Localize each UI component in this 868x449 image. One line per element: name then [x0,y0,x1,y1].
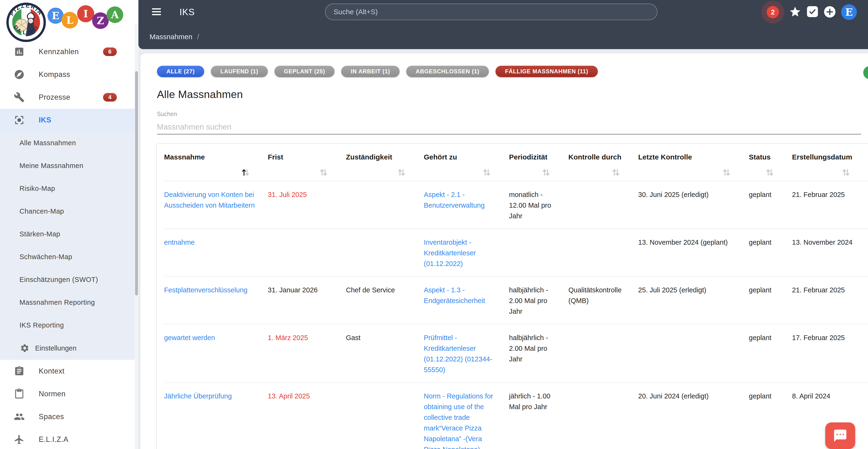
sidebar-subitem-chancen-map[interactable]: Chancen-Map [0,200,138,223]
cell-gehoert-zu[interactable]: Aspekt - 1.3 - Endgerätesicherheit [424,277,509,324]
tasks-check-icon[interactable] [807,6,818,17]
cell-gehoert-zu[interactable]: Inventarobjekt - Kreditkartenleser (01.1… [424,229,509,276]
sidebar-item-eliza[interactable]: E.L.I.Z.A [0,428,138,449]
filter-chip[interactable]: LAUFEND (1) [211,66,268,77]
cell-frist: 1. März 2025 [268,324,346,382]
column-header[interactable]: Massnahme [164,144,268,181]
breadcrumb-bar: Massnahmen / [138,24,868,49]
sidebar-item-iks[interactable]: IKS [0,109,138,131]
add-icon[interactable] [824,6,835,18]
topbar: IKS Suche (Alt+S) 2 E [138,0,868,24]
cell-erstellungsdatum: 21. Februar 2025 [792,181,868,228]
hamburger-menu-icon[interactable] [152,7,162,17]
column-header[interactable]: Gehört zu [424,144,509,181]
sidebar-item-label: Einstellungen [35,344,76,352]
sort-arrows-icon[interactable] [318,167,329,178]
cell-letzte-kontrolle: 13. November 2024 (geplant) [638,229,749,276]
sidebar-item-label: Kontext [39,367,65,376]
table-row: Festplattenverschlüsselung31. Januar 202… [164,276,868,324]
sort-arrows-icon[interactable] [611,167,621,178]
global-search-input[interactable]: Suche (Alt+S) [325,4,657,20]
cell-frist: 31. Juli 2025 [268,181,346,228]
column-header[interactable]: Periodizität [509,144,568,181]
cell-gehoert-zu[interactable]: Prüfmittel - Kreditkartenleser (01.12.20… [424,324,509,382]
sidebar-subitem-meine-massnahmen[interactable]: Meine Massnahmen [0,154,138,177]
eliza-letter-i: I [77,5,94,22]
chat-button[interactable] [825,422,855,449]
sort-arrows-icon[interactable] [482,167,492,178]
cell-status: geplant [749,229,792,276]
column-header[interactable]: Erstellungsdatum [792,144,868,181]
sidebar-item-label: IKS [39,116,51,124]
sort-arrows-icon[interactable] [541,167,551,178]
sidebar-item-prozesse[interactable]: Prozesse 4 [0,86,138,109]
cell-letzte-kontrolle: 30. Juni 2025 (erledigt) [638,181,749,228]
sidebar-item-normen[interactable]: Normen [0,383,138,405]
sort-arrows-icon[interactable] [240,167,251,178]
sort-arrows-icon[interactable] [721,167,732,178]
cell-massnahme[interactable]: entnahme [164,229,268,276]
eliza-letter-z: Z [92,12,109,29]
sidebar-item-label: Spaces [39,412,64,421]
cell-zustaendigkeit: Chef de Service [346,277,424,324]
sidebar-subitem-risiko-map[interactable]: Risiko-Map [0,177,138,200]
star-icon[interactable] [789,6,801,19]
table-row: gewartet werden1. März 2025GastPrüfmitte… [164,324,868,382]
cell-massnahme[interactable]: gewartet werden [164,324,268,382]
cell-massnahme[interactable]: Jährliche Überprüfung [164,383,268,449]
gear-icon [20,343,29,353]
column-header[interactable]: Frist [268,144,346,181]
cell-gehoert-zu[interactable]: Norm - Regulations for obtaining use of … [424,383,509,449]
app-logo[interactable]: PIZZERIA DA LUIGI E L I Z A [0,0,138,40]
sidebar-item-einstellungen[interactable]: Einstellungen [0,336,138,360]
column-header-label: Zuständigkeit [346,152,413,162]
sidebar-subitem-alle-massnahmen[interactable]: Alle Massnahmen [0,131,138,154]
sidebar-item-label: Kompass [39,70,70,79]
column-header[interactable]: Zuständigkeit [346,144,424,181]
clipboard-text-icon [14,366,25,377]
table-header-row: MassnahmeFristZuständigkeitGehört zuPeri… [164,144,868,181]
filter-chip[interactable]: IN ARBEIT (1) [341,66,400,77]
cell-gehoert-zu[interactable]: Aspekt - 2.1 - Benutzerverwaltung [424,181,509,228]
cell-kontrolle-durch [568,229,638,276]
massnahmen-search-input[interactable] [157,120,861,134]
filter-chips: ALLE (27)LAUFEND (1)GEPLANT (25)IN ARBEI… [157,66,868,77]
sidebar-subitem-staerken-map[interactable]: Stärken-Map [0,223,138,245]
sidebar-item-kennzahlen[interactable]: Kennzahlen 6 [0,40,138,63]
column-header-label: Kontrolle durch [568,152,627,162]
sidebar: PIZZERIA DA LUIGI E L I Z A Kennzahlen 6… [0,0,138,449]
cell-massnahme[interactable]: Deaktivierung von Konten bei Ausscheiden… [164,181,268,228]
cell-massnahme[interactable]: Festplattenverschlüsselung [164,277,268,324]
sidebar-item-spaces[interactable]: Spaces [0,405,138,428]
filter-chip[interactable]: FÄLLIGE MASSNAHMEN (11) [495,66,597,77]
filter-chip[interactable]: ALLE (27) [157,66,204,77]
user-avatar[interactable]: E [841,4,857,20]
column-header[interactable]: Kontrolle durch [568,144,638,181]
eliza-letter-l: L [61,12,78,29]
topbar-title: IKS [180,7,195,17]
sidebar-subitem-einschaetzungen-swot[interactable]: Einschätzungen (SWOT) [0,268,138,291]
column-header[interactable]: Status [749,144,792,181]
cell-erstellungsdatum: 13. November 2024 [792,229,868,276]
table-row: entnahmeInventarobjekt - Kreditkartenles… [164,228,868,276]
sidebar-subitem-massnahmen-reporting[interactable]: Massnahmen Reporting [0,291,138,314]
sort-arrows-icon[interactable] [396,167,407,178]
sidebar-subitem-iks-reporting[interactable]: IKS Reporting [0,314,138,336]
sidebar-item-kontext[interactable]: Kontext [0,360,138,383]
sidebar-subitem-schwaechen-map[interactable]: Schwächen-Map [0,245,138,268]
breadcrumb[interactable]: Massnahmen / [150,33,199,41]
sort-arrows-icon[interactable] [841,167,851,178]
breadcrumb-separator: / [197,33,199,40]
cell-periodizitaet: jährlich - 1.00 Mal pro Jahr [509,383,568,449]
filter-chip[interactable]: ABGESCHLOSSEN (1) [406,66,489,77]
notification-badge[interactable]: 2 [767,6,779,18]
cell-frist [268,229,346,276]
wrench-icon [14,92,25,103]
filter-chip[interactable]: GEPLANT (25) [275,66,335,77]
breadcrumb-item[interactable]: Massnahmen [150,33,192,40]
column-header[interactable]: Letzte Kontrolle [638,144,749,181]
sort-arrows-icon[interactable] [765,167,775,178]
sidebar-scrollbar-thumb[interactable] [135,71,138,295]
sidebar-item-kompass[interactable]: Kompass [0,63,138,86]
pizzeria-logo-icon: PIZZERIA DA LUIGI [5,1,47,43]
